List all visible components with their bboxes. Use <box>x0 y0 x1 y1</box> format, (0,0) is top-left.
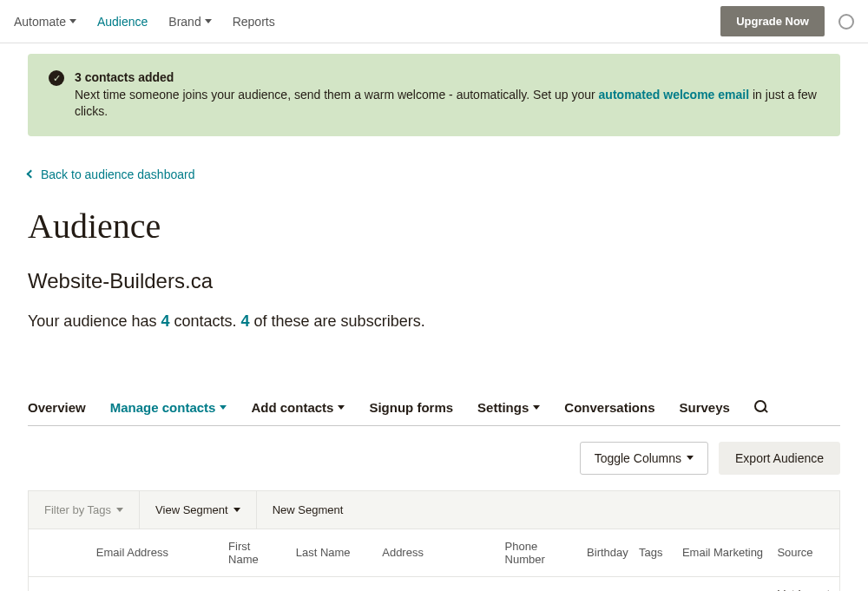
search-icon[interactable] <box>754 400 768 414</box>
col-birthday[interactable]: Birthday <box>580 529 632 576</box>
tab-conversations[interactable]: Conversations <box>564 400 654 415</box>
stats-text: of these are subscribers. <box>250 312 425 330</box>
nav-automate[interactable]: Automate <box>14 15 76 29</box>
automated-welcome-link[interactable]: automated welcome email <box>599 88 750 102</box>
export-audience-button[interactable]: Export Audience <box>719 442 840 475</box>
filter-label: View Segment <box>155 503 228 516</box>
cell-birthday <box>580 577 632 591</box>
subscribers-count: 4 <box>241 312 250 330</box>
chevron-down-icon <box>687 456 694 460</box>
tab-label: Surveys <box>680 400 730 415</box>
nav-label: Brand <box>168 15 201 29</box>
nav-brand[interactable]: Brand <box>168 15 211 29</box>
nav-label: Reports <box>233 15 275 29</box>
tab-manage-contacts[interactable]: Manage contacts <box>110 400 227 415</box>
col-tags[interactable]: Tags <box>632 529 675 576</box>
nav-audience[interactable]: Audience <box>97 15 148 29</box>
chevron-down-icon <box>205 19 212 23</box>
chevron-down-icon <box>233 508 240 512</box>
nav-label: Audience <box>97 15 148 29</box>
table-row: Contact1@gmail.com Contact One Subscribe… <box>29 577 839 591</box>
audience-tabs: Overview Manage contacts Add contacts Si… <box>28 400 840 426</box>
col-email[interactable]: Email Address <box>70 529 221 576</box>
filter-bar: Filter by Tags View Segment New Segment <box>28 490 840 529</box>
stats-text: contacts. <box>169 312 240 330</box>
select-all-cell <box>29 529 70 576</box>
button-label: Toggle Columns <box>595 451 681 465</box>
tab-label: Overview <box>28 400 86 415</box>
view-segment[interactable]: View Segment <box>140 491 257 529</box>
col-first-name[interactable]: First Name <box>221 529 289 576</box>
nav-reports[interactable]: Reports <box>233 15 275 29</box>
cell-address <box>375 577 497 591</box>
cell-first-name: Contact <box>221 577 289 591</box>
tab-signup-forms[interactable]: Signup forms <box>369 400 453 415</box>
page-title: Audience <box>28 206 840 246</box>
tab-settings[interactable]: Settings <box>477 400 540 415</box>
avatar[interactable] <box>838 14 854 30</box>
cell-tags <box>632 577 675 591</box>
back-to-dashboard-link[interactable]: Back to audience dashboard <box>28 167 194 181</box>
success-notice: ✓ 3 contacts added Next time someone joi… <box>28 54 840 136</box>
filter-label: Filter by Tags <box>44 503 111 516</box>
cell-source: List Import fro <box>770 577 839 591</box>
new-segment[interactable]: New Segment <box>257 491 839 529</box>
tab-label: Manage contacts <box>110 400 216 415</box>
audience-stats: Your audience has 4 contacts. 4 of these… <box>28 312 840 331</box>
cell-last-name: One <box>289 577 376 591</box>
col-last-name[interactable]: Last Name <box>289 529 376 576</box>
table-header: Email Address First Name Last Name Addre… <box>29 529 839 577</box>
tab-label: Conversations <box>564 400 654 415</box>
chevron-down-icon <box>220 405 227 410</box>
col-source[interactable]: Source <box>770 529 839 576</box>
col-email-marketing[interactable]: Email Marketing <box>675 529 770 576</box>
tab-surveys[interactable]: Surveys <box>680 400 730 415</box>
cell-phone <box>498 577 581 591</box>
nav-label: Automate <box>14 15 66 29</box>
tab-add-contacts[interactable]: Add contacts <box>251 400 345 415</box>
tab-label: Add contacts <box>251 400 333 415</box>
top-nav: Automate Audience Brand Reports Upgrade … <box>0 0 868 43</box>
chevron-down-icon <box>69 19 76 23</box>
tab-overview[interactable]: Overview <box>28 400 86 415</box>
col-phone[interactable]: Phone Number <box>498 529 581 576</box>
stats-text: Your audience has <box>28 312 161 330</box>
chevron-down-icon <box>338 405 345 410</box>
notice-title: 3 contacts added <box>75 69 819 87</box>
upgrade-button[interactable]: Upgrade Now <box>720 6 825 36</box>
audience-name: Website-Builders.ca <box>28 269 840 293</box>
notice-text: Next time someone joins your audience, s… <box>75 87 819 121</box>
back-link-label: Back to audience dashboard <box>41 167 194 181</box>
table-toolbar: Toggle Columns Export Audience <box>28 442 840 475</box>
chevron-down-icon <box>116 508 123 512</box>
toggle-columns-button[interactable]: Toggle Columns <box>580 442 708 475</box>
contacts-table: Email Address First Name Last Name Addre… <box>28 529 840 591</box>
filter-by-tags[interactable]: Filter by Tags <box>29 491 140 529</box>
notice-text-part: Next time someone joins your audience, s… <box>75 88 599 102</box>
tab-label: Settings <box>477 400 529 415</box>
col-address[interactable]: Address <box>375 529 497 576</box>
chevron-down-icon <box>533 405 540 410</box>
tab-label: Signup forms <box>369 400 453 415</box>
chevron-left-icon <box>27 170 36 179</box>
contacts-count: 4 <box>161 312 169 330</box>
check-circle-icon: ✓ <box>49 70 64 86</box>
filter-label: New Segment <box>273 503 344 516</box>
